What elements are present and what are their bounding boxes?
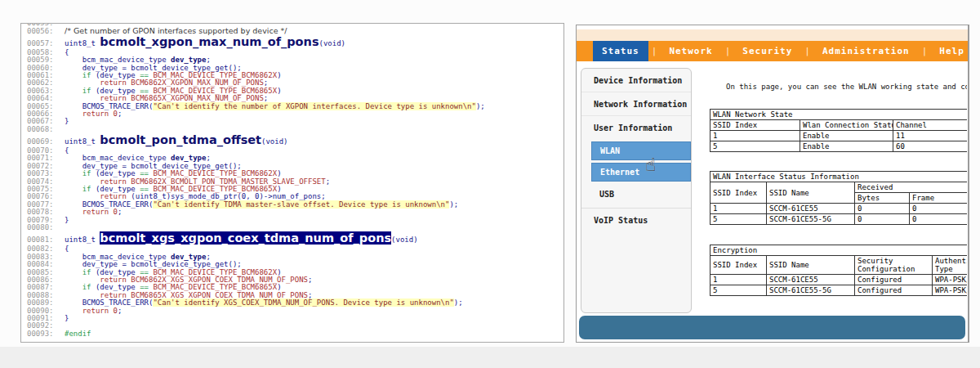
code-token: ; bbox=[118, 208, 122, 216]
table-cell: 5 bbox=[710, 141, 800, 152]
function-name[interactable]: bcmolt_xgs_xgpon_coex_tdma_num_of_pons bbox=[100, 231, 391, 245]
sidebar-item-voip-status[interactable]: VoIP Status bbox=[581, 209, 691, 231]
code-token: "Can't identify the number of XGPON inte… bbox=[153, 102, 476, 110]
sidebar-item-device-information[interactable]: Device Information bbox=[581, 69, 691, 92]
table-title: Encryption bbox=[710, 245, 968, 256]
table-cell: 0 bbox=[855, 214, 910, 225]
table-cell: 1 bbox=[710, 204, 767, 214]
table-cell: 0 bbox=[910, 214, 968, 225]
background-strip bbox=[0, 347, 980, 368]
column-header: Authentication Type bbox=[933, 256, 968, 275]
sidebar-subitem-ethernet[interactable]: Ethernet bbox=[591, 163, 691, 182]
code-token: uint8_t bbox=[65, 39, 100, 47]
column-header: Bytes bbox=[855, 193, 910, 204]
router-admin-panel: Status|Network|Security|Administration|H… bbox=[576, 25, 969, 343]
tab-separator: | bbox=[722, 41, 734, 61]
code-token: return 0 bbox=[82, 307, 118, 315]
table-cell: 1 bbox=[710, 275, 767, 285]
table-cell: Enable bbox=[800, 141, 893, 152]
code-lines: 00055:00056:/* Get number of GPON interf… bbox=[27, 23, 564, 338]
code-token: ; bbox=[308, 276, 312, 284]
table-cell: SCCM-61CE55-5G bbox=[767, 214, 855, 225]
page-description-text: On this page, you can see the WLAN worki… bbox=[726, 83, 967, 91]
table-cell: SCCM-61CE55 bbox=[767, 275, 855, 285]
code-token: "Can't identify TDMA master-slave offset… bbox=[153, 200, 449, 209]
table-cell: Configured bbox=[855, 275, 933, 285]
top-banner-strip bbox=[577, 29, 968, 41]
code-token: (uint8_t)sys_mode_db_ptr(0, 0)->num_of_p… bbox=[127, 192, 326, 200]
tab-security[interactable]: Security bbox=[733, 41, 801, 61]
tab-network[interactable]: Network bbox=[660, 41, 721, 61]
sidebar-subitem-usb[interactable]: USB bbox=[591, 186, 691, 201]
code-token: ); bbox=[449, 200, 458, 209]
column-header: SSID Index bbox=[710, 182, 767, 204]
table-cell: 1 bbox=[710, 131, 800, 141]
sidebar-item-network-information[interactable]: Network Information bbox=[581, 92, 691, 116]
column-header: SSID Index bbox=[710, 256, 767, 275]
code-token: } bbox=[65, 314, 69, 322]
code-token: "Can't identify XGS_COEX_TDMA_NUM_OF_PON… bbox=[153, 298, 453, 307]
code-token: ; bbox=[264, 94, 268, 102]
code-line: 00069:uint8_t bcmolt_pon_tdma_offset(voi… bbox=[27, 133, 564, 147]
table-cell: 5 bbox=[710, 285, 767, 296]
code-line: 00091:} bbox=[27, 315, 564, 322]
mouse-cursor-hand-icon: ☝ bbox=[645, 155, 656, 175]
code-token: ; bbox=[118, 307, 122, 315]
column-header: SSID Name bbox=[767, 256, 855, 275]
tab-status[interactable]: Status bbox=[593, 41, 648, 61]
sidebar-item-user-information[interactable]: User Information bbox=[581, 116, 691, 139]
code-token: (void) bbox=[319, 39, 346, 47]
content-area: On this page, you can see the WLAN worki… bbox=[699, 73, 967, 309]
tab-separator: | bbox=[801, 41, 813, 61]
code-token: ); bbox=[454, 298, 463, 307]
code-line: 00079:} bbox=[27, 217, 564, 224]
table-cell: WPA-PSK/WPA2-PSK bbox=[933, 275, 968, 285]
column-header: SSID Name bbox=[767, 182, 855, 204]
column-header: Security Configuration bbox=[855, 256, 933, 275]
column-header: Frame bbox=[910, 193, 968, 204]
line-number: 00093: bbox=[27, 330, 60, 338]
tab-separator: | bbox=[648, 41, 661, 61]
sidebar: Device Information Network Information U… bbox=[581, 68, 692, 313]
table-cell: WPA-PSK/WPA2-PSK bbox=[933, 285, 968, 296]
code-token: } bbox=[65, 216, 69, 224]
code-token: return 0 bbox=[82, 208, 118, 216]
footer-bar bbox=[579, 316, 965, 339]
column-header: Received bbox=[855, 182, 968, 193]
code-token: (void) bbox=[391, 236, 418, 244]
table-title: WLAN Interface Status Information bbox=[710, 172, 968, 182]
table-row: 1Enable11 bbox=[710, 131, 968, 141]
column-header: Wlan Connection Status bbox=[800, 120, 893, 131]
table-wlan-interface-status: WLAN Interface Status InformationSSID In… bbox=[710, 171, 967, 225]
code-token: ; bbox=[326, 177, 330, 186]
code-line: 00078: return 0; bbox=[27, 209, 564, 216]
code-token: return 0 bbox=[82, 110, 118, 118]
tab-administration[interactable]: Administration bbox=[813, 41, 919, 61]
code-line: 00066: return 0; bbox=[27, 110, 564, 118]
code-token: uint8_t bbox=[65, 137, 100, 146]
code-token: } bbox=[65, 117, 69, 125]
code-token: ); bbox=[476, 102, 485, 110]
table-cell: Configured bbox=[855, 285, 933, 296]
code-line: 00067:} bbox=[27, 118, 564, 125]
code-token: uint8_t bbox=[65, 236, 100, 244]
table-title: WLAN Network State bbox=[710, 110, 968, 120]
code-viewer-panel: 00055:00056:/* Get number of GPON interf… bbox=[20, 23, 564, 343]
line-number: 00080: bbox=[27, 224, 60, 231]
table-row: 1SCCM-61CE55ConfiguredWPA-PSK/WPA2-PSK bbox=[710, 275, 968, 285]
code-line: 00057:uint8_t bcmolt_xgpon_max_num_of_po… bbox=[27, 35, 564, 49]
main-nav-bar: Status|Network|Security|Administration|H… bbox=[577, 41, 968, 61]
function-name[interactable]: bcmolt_xgpon_max_num_of_pons bbox=[100, 35, 318, 48]
table-cell: 5 bbox=[710, 214, 767, 225]
function-name[interactable]: bcmolt_pon_tdma_offset bbox=[100, 133, 261, 146]
code-line: 00080: bbox=[27, 224, 564, 231]
table-cell: 0 bbox=[910, 204, 968, 214]
code-line: 00068: bbox=[27, 126, 564, 133]
code-token: /* Get number of GPON interfaces support… bbox=[65, 26, 287, 35]
tab-help[interactable]: Help bbox=[930, 41, 969, 61]
code-token: #endif bbox=[65, 330, 91, 338]
column-header: SSID Index bbox=[710, 120, 800, 131]
code-token: ; bbox=[118, 110, 122, 118]
code-line: 00093:#endif bbox=[27, 330, 564, 338]
sidebar-subitem-wlan[interactable]: WLAN bbox=[591, 141, 691, 160]
